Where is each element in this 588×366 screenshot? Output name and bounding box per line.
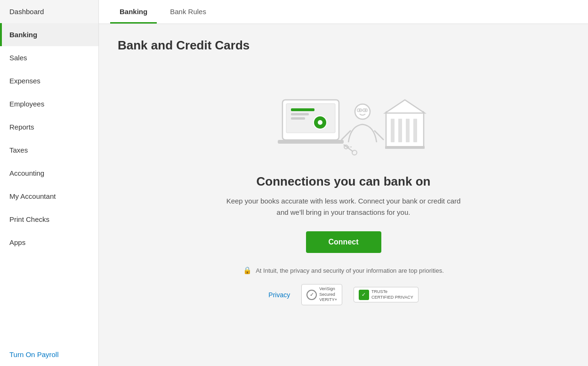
tab-bank-rules[interactable]: Bank Rules [161,0,216,24]
svg-point-12 [364,109,366,111]
sidebar-label-reports: Reports [9,123,34,131]
sidebar-label-dashboard: Dashboard [9,8,44,16]
svg-point-11 [359,109,361,111]
page-content: Bank and Credit Cards [99,24,588,366]
svg-rect-2 [291,108,314,111]
sidebar-label-accounting: Accounting [9,169,44,177]
sidebar-label-sales: Sales [9,54,27,62]
svg-point-10 [355,104,370,119]
sidebar-item-my-accountant[interactable]: My Accountant [0,185,98,208]
svg-rect-23 [385,146,425,149]
sidebar-item-expenses[interactable]: Expenses [0,69,98,92]
svg-rect-19 [391,119,395,142]
main-content: Banking Bank Rules Bank and Credit Cards [99,0,588,366]
banking-illustration [254,86,433,161]
connections-description: Keep your books accurate with less work.… [221,195,466,218]
truste-icon: ✓ [359,290,369,300]
tab-banking[interactable]: Banking [110,0,157,24]
svg-rect-22 [413,119,417,142]
privacy-statement: At Intuit, the privacy and security of y… [256,267,444,274]
sidebar-item-dashboard[interactable]: Dashboard [0,0,98,23]
sidebar-item-accounting[interactable]: Accounting [0,162,98,185]
sidebar-label-expenses: Expenses [9,77,40,85]
connect-button[interactable]: Connect [306,231,381,253]
svg-rect-20 [398,119,402,142]
sidebar-item-print-checks[interactable]: Print Checks [0,208,98,231]
sidebar-item-taxes[interactable]: Taxes [0,138,98,162]
svg-rect-4 [291,117,305,120]
connections-headline: Connections you can bank on [257,174,431,189]
sidebar-item-employees[interactable]: Employees [0,92,98,115]
sidebar-label-turn-on-payroll: Turn On Payroll [9,350,58,358]
sidebar-item-reports[interactable]: Reports [0,115,98,138]
sidebar-item-apps[interactable]: Apps [0,231,98,254]
svg-point-6 [318,120,322,125]
sidebar-item-sales[interactable]: Sales [0,46,98,69]
sidebar-label-print-checks: Print Checks [9,215,49,223]
verisign-check-icon: ✓ [306,290,317,300]
sidebar-item-turn-on-payroll[interactable]: Turn On Payroll [0,343,98,366]
sidebar-label-banking: Banking [9,31,37,39]
sidebar: Dashboard Banking Sales Expenses Employe… [0,0,99,366]
truste-badge: ✓ TRUSTe CERTIFIED PRIVACY [354,287,419,302]
privacy-link[interactable]: Privacy [268,291,290,299]
svg-rect-3 [291,113,309,115]
page-title: Bank and Credit Cards [118,38,250,53]
center-card: Connections you can bank on Keep your bo… [118,67,569,324]
truste-text: TRUSTe CERTIFIED PRIVACY [371,289,413,300]
svg-rect-21 [406,119,410,142]
sidebar-item-banking[interactable]: Banking [0,23,98,46]
trust-badges-row: Privacy ✓ VeriSign Secured VERITY+ ✓ TRU… [268,284,418,305]
sidebar-spacer [0,254,98,343]
svg-point-9 [352,150,357,155]
verisign-badge: ✓ VeriSign Secured VERITY+ [301,284,342,305]
sidebar-label-taxes: Taxes [9,146,28,154]
svg-rect-7 [278,140,344,144]
sidebar-label-my-accountant: My Accountant [9,192,56,200]
lock-icon: 🔒 [243,266,252,275]
privacy-row: 🔒 At Intuit, the privacy and security of… [243,266,444,275]
sidebar-label-employees: Employees [9,100,44,108]
sidebar-label-apps: Apps [9,238,25,246]
verisign-text: VeriSign Secured VERITY+ [319,286,337,303]
tab-bar: Banking Bank Rules [99,0,588,24]
